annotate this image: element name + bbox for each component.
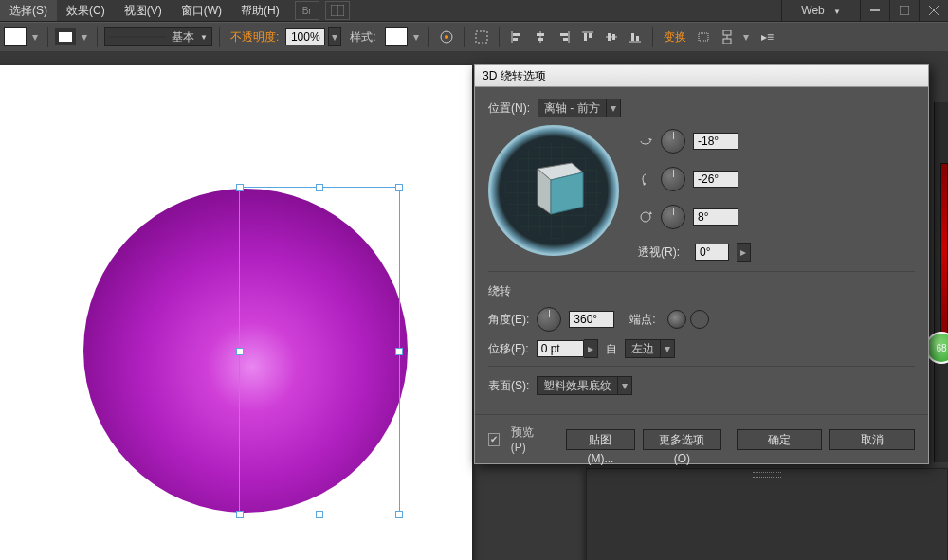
svg-rect-29 (723, 39, 731, 44)
rotate-z-dial[interactable] (661, 205, 685, 229)
control-bar: ▾ ▾ 基本 ▼ 不透明度: 100% ▾ 样式: ▾ 变换 ▾ ▸≡ (0, 22, 948, 52)
stroke-profile-label: 基本 (172, 29, 194, 45)
bridge-icon[interactable]: Br (295, 1, 319, 20)
menu-help[interactable]: 帮助(H) (231, 0, 289, 21)
rotate-y-dial[interactable] (661, 167, 685, 191)
opacity-label: 不透明度: (230, 29, 279, 45)
rotate-x-input[interactable]: -18° (693, 133, 738, 150)
svg-rect-11 (513, 38, 518, 41)
stroke-dropdown-icon[interactable]: ▾ (79, 28, 90, 45)
cap-on-button[interactable] (667, 310, 686, 329)
window-close-icon[interactable] (919, 0, 948, 21)
arrange-docs-icon[interactable] (325, 1, 350, 20)
opacity-dropdown-icon[interactable]: ▾ (328, 27, 341, 46)
svg-rect-3 (900, 6, 909, 15)
dialog-footer: ✔ 预览(P) 贴图(M)... 更多选项(O) 确定 取消 (475, 414, 928, 463)
divider-2 (488, 366, 915, 367)
svg-marker-33 (551, 172, 583, 214)
handle-tm[interactable] (316, 184, 323, 191)
handle-tr[interactable] (395, 184, 403, 191)
angle-dial[interactable] (537, 307, 561, 332)
from-dropdown-icon[interactable]: ▾ (661, 339, 675, 358)
align-top-icon[interactable] (577, 27, 598, 47)
handle-mr[interactable] (395, 348, 403, 355)
svg-rect-25 (631, 33, 634, 41)
transform-width-icon[interactable] (693, 27, 714, 47)
fill-dropdown-icon[interactable]: ▾ (29, 28, 41, 45)
rotate-z-input[interactable]: 8° (693, 208, 738, 226)
window-maximize-icon[interactable] (889, 0, 919, 21)
svg-rect-13 (537, 33, 544, 36)
svg-rect-27 (699, 33, 708, 41)
window-minimize-icon[interactable] (860, 0, 889, 21)
panel-grip-icon[interactable] (753, 472, 781, 478)
handle-bl[interactable] (236, 511, 244, 518)
handle-tl[interactable] (236, 184, 244, 191)
cube-preview-icon[interactable] (524, 155, 591, 222)
position-label: 位置(N): (488, 100, 530, 117)
lower-panel[interactable] (586, 468, 948, 560)
stroke-profile-picker[interactable]: 基本 ▼ (104, 27, 212, 46)
menu-select[interactable]: 选择(S) (0, 0, 57, 21)
svg-rect-17 (563, 38, 568, 41)
preview-label: 预览(P) (511, 425, 542, 454)
more-options-button[interactable]: 更多选项(O) (643, 429, 721, 450)
artboard (0, 65, 472, 560)
from-select[interactable]: 左边 (625, 339, 661, 358)
color-panel-peek[interactable] (940, 163, 948, 335)
offset-input[interactable]: 0 pt (537, 340, 584, 357)
svg-rect-8 (476, 31, 487, 43)
menu-window[interactable]: 窗口(W) (172, 0, 231, 21)
menu-effects[interactable]: 效果(C) (57, 0, 115, 21)
transform-label[interactable]: 变换 (664, 29, 686, 45)
handle-ml[interactable] (236, 348, 244, 355)
fill-swatch[interactable] (4, 27, 27, 46)
isolate-icon[interactable] (471, 27, 492, 47)
svg-rect-20 (589, 33, 592, 38)
svg-marker-34 (648, 138, 652, 141)
control-menu-icon[interactable]: ▸≡ (757, 27, 778, 47)
menu-view[interactable]: 视图(V) (115, 0, 172, 21)
menu-bar: 选择(S) 效果(C) 视图(V) 窗口(W) 帮助(H) Br Web ▼ (0, 0, 948, 22)
perspective-input[interactable]: 0° (695, 244, 729, 261)
map-art-button[interactable]: 贴图(M)... (566, 429, 634, 450)
position-select[interactable]: 离轴 - 前方 (538, 99, 607, 117)
svg-rect-28 (723, 30, 731, 35)
recolor-icon[interactable] (436, 27, 457, 47)
stroke-swatch[interactable] (55, 28, 76, 45)
style-dropdown-icon[interactable]: ▾ (410, 28, 422, 45)
svg-point-36 (641, 212, 650, 222)
align-center-h-icon[interactable] (530, 27, 551, 47)
workspace-switcher[interactable]: Web ▼ (781, 0, 860, 21)
cancel-button[interactable]: 取消 (830, 429, 915, 450)
ok-button[interactable]: 确定 (737, 429, 822, 450)
rotate-z-icon (638, 209, 653, 225)
perspective-dropdown-icon[interactable]: ▸ (737, 243, 751, 262)
surface-select[interactable]: 塑料效果底纹 (537, 376, 618, 395)
handle-br[interactable] (395, 511, 403, 518)
rotate-y-icon (638, 172, 653, 187)
cap-off-button[interactable] (690, 310, 709, 329)
align-right-icon[interactable] (554, 27, 574, 47)
svg-rect-22 (608, 33, 611, 41)
handle-bm[interactable] (316, 511, 323, 518)
svg-marker-35 (643, 182, 646, 186)
offset-dropdown-icon[interactable]: ▸ (584, 339, 598, 358)
transform-dropdown-icon[interactable]: ▾ (740, 28, 752, 45)
dialog-title[interactable]: 3D 绕转选项 (475, 65, 928, 87)
preview-checkbox[interactable]: ✔ (488, 433, 500, 446)
angle-input[interactable]: 360° (569, 311, 614, 328)
surface-dropdown-icon[interactable]: ▾ (618, 376, 632, 395)
rotation-trackball[interactable] (488, 125, 619, 256)
align-middle-v-icon[interactable] (601, 27, 622, 47)
rotate-y-input[interactable]: -26° (693, 171, 738, 188)
opacity-input[interactable]: 100% (285, 28, 325, 45)
selection-box[interactable] (239, 187, 400, 515)
style-swatch[interactable] (385, 27, 408, 46)
angle-label: 角度(E): (488, 312, 529, 328)
position-dropdown-icon[interactable]: ▾ (607, 99, 621, 117)
rotate-x-dial[interactable] (661, 129, 685, 154)
align-left-icon[interactable] (506, 27, 527, 47)
align-bottom-icon[interactable] (625, 27, 646, 47)
transform-constrain-icon[interactable] (717, 27, 738, 47)
